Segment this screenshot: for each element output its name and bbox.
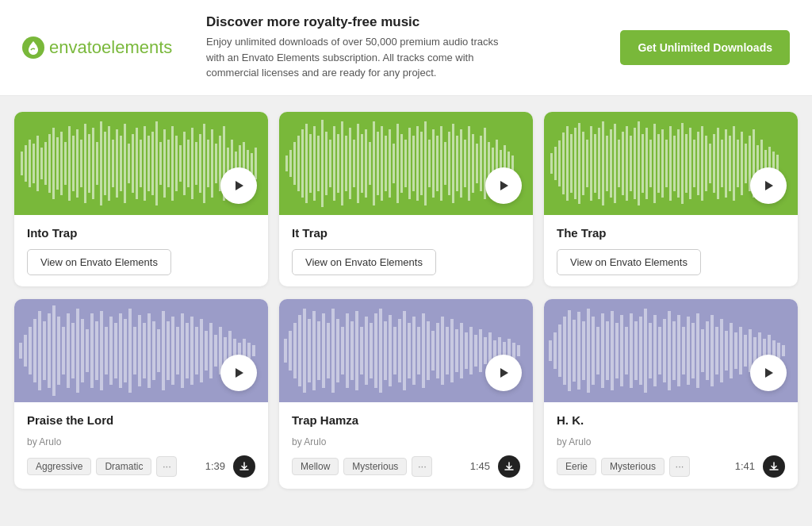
svg-rect-183 xyxy=(33,319,36,382)
card-trap-hamza: Trap Hamza by Arulo Mellow Mysterious ··… xyxy=(279,299,533,489)
svg-rect-100 xyxy=(436,136,439,191)
tag-eerie[interactable]: Eerie xyxy=(557,458,596,475)
svg-rect-128 xyxy=(578,123,580,204)
play-button-2[interactable] xyxy=(485,167,522,204)
download-button-4[interactable] xyxy=(233,455,255,478)
svg-rect-193 xyxy=(81,319,84,382)
svg-rect-167 xyxy=(733,126,735,201)
svg-rect-59 xyxy=(251,153,253,174)
svg-rect-48 xyxy=(207,140,209,187)
svg-rect-284 xyxy=(558,324,561,377)
download-button-5[interactable] xyxy=(498,455,520,478)
svg-rect-150 xyxy=(665,140,668,187)
more-options-6[interactable]: ··· xyxy=(669,456,690,477)
view-button-3[interactable]: View on Envato Elements xyxy=(557,249,701,275)
card-info-5: Trap Hamza by Arulo Mellow Mysterious ··… xyxy=(279,402,533,489)
svg-rect-247 xyxy=(360,327,363,374)
tags-row-5: Mellow Mysterious ··· 1:45 xyxy=(292,455,520,478)
svg-rect-296 xyxy=(615,323,619,378)
svg-rect-298 xyxy=(625,327,628,374)
play-button-3[interactable] xyxy=(750,167,787,204)
logo-main: envato xyxy=(49,37,102,57)
download-button-6[interactable] xyxy=(763,455,785,478)
play-button-4[interactable] xyxy=(220,355,257,391)
svg-rect-256 xyxy=(403,311,406,390)
svg-rect-194 xyxy=(86,329,89,372)
svg-rect-330 xyxy=(777,343,780,359)
svg-rect-303 xyxy=(649,323,652,378)
svg-rect-229 xyxy=(252,345,255,356)
svg-rect-41 xyxy=(179,145,182,182)
svg-rect-96 xyxy=(420,132,423,195)
svg-rect-32 xyxy=(144,126,146,201)
svg-rect-12 xyxy=(64,142,67,185)
svg-rect-308 xyxy=(672,321,676,380)
svg-rect-98 xyxy=(428,140,431,187)
tag-mysterious-6[interactable]: Mysterious xyxy=(601,458,665,475)
svg-rect-69 xyxy=(313,126,316,201)
svg-rect-149 xyxy=(661,129,664,198)
svg-rect-311 xyxy=(687,317,690,385)
svg-rect-13 xyxy=(68,126,71,201)
view-button-1[interactable]: View on Envato Elements xyxy=(27,249,171,275)
svg-rect-136 xyxy=(610,129,612,198)
svg-rect-235 xyxy=(303,309,306,393)
tag-aggressive[interactable]: Aggressive xyxy=(27,458,91,475)
svg-rect-273 xyxy=(484,337,487,364)
svg-rect-202 xyxy=(124,319,127,382)
svg-rect-259 xyxy=(417,327,420,374)
svg-rect-282 xyxy=(549,340,552,361)
svg-rect-42 xyxy=(183,132,186,195)
svg-rect-306 xyxy=(663,319,666,382)
more-options-5[interactable]: ··· xyxy=(412,456,432,477)
tag-mellow[interactable]: Mellow xyxy=(292,458,339,475)
svg-rect-21 xyxy=(100,121,102,205)
svg-rect-46 xyxy=(199,134,201,193)
svg-marker-332 xyxy=(765,368,773,378)
svg-rect-257 xyxy=(408,323,411,378)
header-copy: Discover more royalty-free music Enjoy u… xyxy=(206,14,595,81)
svg-rect-244 xyxy=(346,313,349,388)
svg-rect-89 xyxy=(393,144,395,183)
svg-rect-130 xyxy=(586,140,588,187)
more-options-4[interactable]: ··· xyxy=(156,456,177,477)
tag-dramatic[interactable]: Dramatic xyxy=(96,458,151,475)
waveform-hk xyxy=(544,299,798,402)
svg-rect-110 xyxy=(476,144,478,183)
svg-rect-108 xyxy=(468,126,470,201)
svg-rect-101 xyxy=(440,126,442,201)
svg-rect-29 xyxy=(132,134,134,193)
svg-rect-39 xyxy=(171,126,174,201)
svg-rect-34 xyxy=(151,132,154,195)
view-button-2[interactable]: View on Envato Elements xyxy=(292,249,436,275)
svg-rect-184 xyxy=(38,311,41,390)
play-button-5[interactable] xyxy=(485,355,522,391)
svg-rect-321 xyxy=(734,332,737,369)
svg-rect-107 xyxy=(464,140,466,187)
svg-rect-159 xyxy=(701,126,703,201)
svg-rect-181 xyxy=(24,335,27,367)
content: Into Trap View on Envato Elements xyxy=(0,96,812,505)
svg-rect-239 xyxy=(322,313,325,388)
tags-row-4: Aggressive Dramatic ··· 1:39 xyxy=(27,455,255,478)
cta-button[interactable]: Get Unlimited Downloads xyxy=(620,30,790,65)
svg-rect-66 xyxy=(301,129,304,198)
svg-rect-269 xyxy=(465,332,468,369)
svg-rect-31 xyxy=(140,140,142,187)
svg-rect-251 xyxy=(379,309,382,393)
svg-rect-270 xyxy=(469,327,473,374)
svg-rect-315 xyxy=(706,321,709,380)
svg-rect-233 xyxy=(293,323,297,378)
play-button-1[interactable] xyxy=(220,167,257,204)
svg-rect-155 xyxy=(685,134,688,193)
play-button-6[interactable] xyxy=(750,355,787,391)
svg-rect-238 xyxy=(317,321,320,380)
svg-rect-44 xyxy=(191,128,193,199)
svg-rect-170 xyxy=(745,144,747,183)
svg-rect-234 xyxy=(298,315,301,386)
svg-rect-192 xyxy=(76,309,79,393)
duration-5: 1:45 xyxy=(470,460,490,472)
svg-rect-260 xyxy=(422,313,425,388)
svg-rect-188 xyxy=(57,317,60,385)
tag-mysterious-5[interactable]: Mysterious xyxy=(343,458,407,475)
